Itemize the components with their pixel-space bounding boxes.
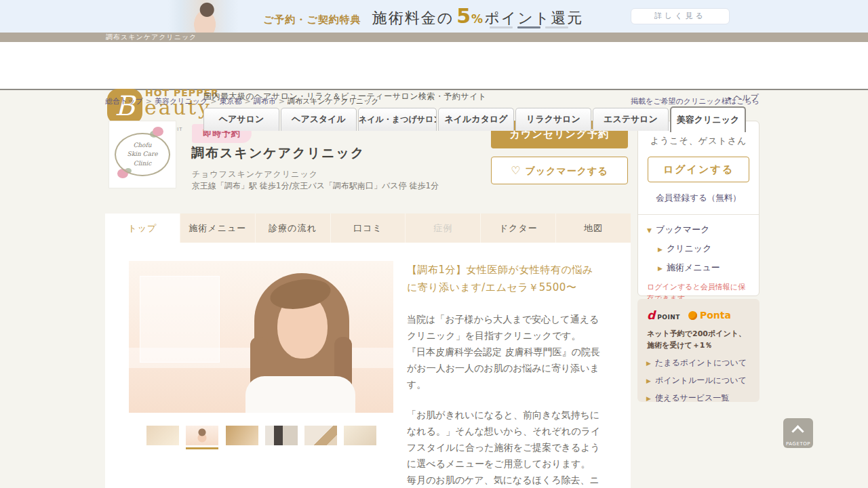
points-rule-link[interactable]: ▶ポイントルールについて xyxy=(646,375,760,386)
register-link[interactable]: 会員登録する（無料） xyxy=(638,192,759,204)
bookmark-button-label: ブックマークする xyxy=(526,165,608,176)
tab-top[interactable]: トップ xyxy=(105,214,180,243)
points-earn-link[interactable]: ▶たまるポイントについて xyxy=(646,357,760,369)
nav-tab-nail-salon[interactable]: ネイル・まつげサロン xyxy=(358,108,437,131)
nav-tab-hair-style[interactable]: ヘアスタイル xyxy=(281,108,357,131)
photo-thumbnail-2-selected[interactable] xyxy=(186,426,218,445)
clinic-name-kana: チョウフスキンケアクリニック xyxy=(192,169,318,180)
points-card: d POINT Ponta ネット予約で200ポイント、施術を受けて＋1％ ▶た… xyxy=(637,299,760,402)
clinic-logo-image: Chofu Skin Care Clinic xyxy=(108,121,176,188)
photo-thumbnail-1[interactable] xyxy=(146,426,179,445)
promo-detail-button[interactable]: 詳しく見る xyxy=(631,8,730,24)
tab-cases: 症例 xyxy=(406,214,481,243)
triangle-right-icon: ▶ xyxy=(646,378,651,384)
breadcrumb: 総合トップ>美容クリニック>東京都>調布市>調布スキンケアクリニック xyxy=(105,96,379,106)
ponta-icon xyxy=(688,311,697,320)
clinic-name: 調布スキンケアクリニック xyxy=(191,144,365,162)
bookmark-section-toggle[interactable]: ▼ブックマーク xyxy=(647,224,759,236)
point-logos: d POINT Ponta xyxy=(637,299,760,322)
triangle-right-icon: ▶ xyxy=(646,395,651,402)
breadcrumb-beauty-clinic[interactable]: 美容クリニック xyxy=(155,97,208,106)
nav-tab-nail-catalog[interactable]: ネイルカタログ xyxy=(438,108,514,131)
dpoint-logo: d POINT xyxy=(647,308,680,322)
thumbnail-selected-indicator xyxy=(186,447,218,449)
points-earn-label: たまるポイントについて xyxy=(655,358,747,367)
ponta-logo: Ponta xyxy=(688,310,731,321)
tab-flow[interactable]: 診療の流れ xyxy=(256,214,331,243)
breadcrumb-separator: > xyxy=(146,97,152,106)
photo-thumbnail-5[interactable] xyxy=(304,426,337,445)
dpoint-text: POINT xyxy=(657,314,680,321)
triangle-right-icon: ▶ xyxy=(646,360,651,367)
clinic-logo-line: Clinic xyxy=(134,159,151,168)
pagetop-button[interactable]: PAGETOP xyxy=(783,418,813,448)
promo-percent: % xyxy=(471,12,483,26)
breadcrumb-separator: > xyxy=(279,97,285,106)
promo-banner: ご予約・ご契約特典 施術料金の 5 % ポイント還元 詳しく見る xyxy=(0,0,868,33)
catch-copy-headline: 【調布1分】女性医師が女性特有の悩みに寄り添います/エムセラ￥5500〜 xyxy=(407,261,604,297)
heart-icon: ♡ xyxy=(511,164,521,177)
promo-tail: ポイント還元 xyxy=(484,8,583,28)
carousel-dot[interactable] xyxy=(545,26,568,28)
breadcrumb-top[interactable]: 総合トップ xyxy=(105,97,143,106)
breadcrumb-current: 調布スキンケアクリニック xyxy=(288,97,379,106)
promo-lead: 施術料金の xyxy=(372,8,454,28)
clinic-logo-line: Chofu xyxy=(133,141,151,150)
ponta-text: Ponta xyxy=(700,310,731,321)
description-paragraph-2: 「お肌がきれいになると、前向きな気持ちになれる。」そんな想いから、それぞれのライ… xyxy=(407,407,604,488)
clinic-page-tabs: トップ 施術メニュー 診療の流れ 口コミ 症例 ドクター 地図 xyxy=(105,214,631,243)
carousel-indicators xyxy=(490,26,568,28)
clinic-logo-oval: Chofu Skin Care Clinic xyxy=(115,133,170,176)
bookmark-menu-link[interactable]: ▶施術メニュー xyxy=(658,262,759,274)
photo-detail xyxy=(245,376,355,413)
nav-tab-beauty-clinic[interactable]: 美容クリニック xyxy=(670,106,746,132)
bookmark-clinic-link[interactable]: ▶クリニック xyxy=(658,243,759,255)
photo-thumbnail-4[interactable] xyxy=(265,426,298,445)
bookmark-clinic-label: クリニック xyxy=(667,243,712,253)
bookmark-section-label: ブックマーク xyxy=(656,224,710,235)
pagetop-label: PAGETOP xyxy=(783,441,813,447)
welcome-text: ようこそ、ゲストさん xyxy=(638,135,759,147)
triangle-down-icon: ▼ xyxy=(647,227,652,234)
carousel-dot[interactable] xyxy=(490,26,513,28)
bookmark-button[interactable]: ♡ブックマークする xyxy=(491,157,628,184)
promo-banner-text: ご予約・ご契約特典 施術料金の 5 % ポイント還元 xyxy=(263,4,583,28)
tab-treatment-menu[interactable]: 施術メニュー xyxy=(180,214,256,243)
points-services-label: 使えるサービス一覧 xyxy=(655,393,729,403)
breadcrumb-chofu-city[interactable]: 調布市 xyxy=(254,97,276,106)
login-button[interactable]: ログインする xyxy=(648,157,749,182)
tab-map[interactable]: 地図 xyxy=(556,214,631,243)
points-rule-label: ポイントルールについて xyxy=(655,375,747,385)
tab-doctor[interactable]: ドクター xyxy=(481,214,556,243)
service-nav: ヘアサロン ヘアスタイル ネイル・まつげサロン ネイルカタログ リラクサロン エ… xyxy=(203,108,746,132)
description-paragraph-1: 当院は「お子様から大人まで安心して通えるクリニック」を目指すクリニックです。 『… xyxy=(407,311,604,392)
slideshow-photo xyxy=(129,261,393,413)
photo-thumbnail-6[interactable] xyxy=(344,426,376,445)
nav-tab-relax-salon[interactable]: リラクサロン xyxy=(515,108,591,131)
tab-reviews[interactable]: 口コミ xyxy=(331,214,406,243)
page: ご予約・ご契約特典 施術料金の 5 % ポイント還元 詳しく見る 調布スキンケア… xyxy=(0,0,868,488)
triangle-right-icon: ▶ xyxy=(658,265,663,272)
promo-badge: ご予約・ご契約特典 xyxy=(263,14,361,26)
carousel-dot-active[interactable] xyxy=(517,26,540,28)
guest-account-card: ようこそ、ゲストさん ログインする 会員登録する（無料） ▼ブックマーク ▶クリ… xyxy=(637,121,760,296)
clinic-description: 【調布1分】女性医師が女性特有の悩みに寄り添います/エムセラ￥5500〜 当院は… xyxy=(407,261,604,488)
clinic-listing-link[interactable]: 掲載をご希望のクリニック様はこちら xyxy=(631,96,760,106)
promo-banner-photo xyxy=(168,0,239,33)
breadcrumb-separator: > xyxy=(245,97,251,106)
promo-number: 5 xyxy=(456,4,471,28)
notice-bar: 調布スキンケアクリニック xyxy=(0,33,868,42)
divider xyxy=(638,214,759,215)
breadcrumb-tokyo[interactable]: 東京都 xyxy=(220,97,242,106)
nav-tab-este-salon[interactable]: エステサロン xyxy=(593,108,669,131)
points-services-link[interactable]: ▶使えるサービス一覧 xyxy=(646,392,760,404)
points-lead-text: ネット予約で200ポイント、施術を受けて＋1％ xyxy=(647,328,750,351)
nav-tab-hair-salon[interactable]: ヘアサロン xyxy=(203,108,279,131)
chevron-up-icon xyxy=(791,425,804,437)
dpoint-icon: d xyxy=(647,308,655,322)
main-content-panel: 【調布1分】女性医師が女性特有の悩みに寄り添います/エムセラ￥5500〜 当院は… xyxy=(105,243,631,488)
photo-thumbnail-3[interactable] xyxy=(226,426,258,445)
breadcrumb-separator: > xyxy=(210,97,216,106)
clinic-access-info: 京王線「調布」駅 徒歩1分/京王バス「調布駅南口」バス停 徒歩1分 xyxy=(192,180,439,192)
site-header: B HOT PEPPER eauty PRODUCED BY RRECRUIT … xyxy=(0,42,868,90)
